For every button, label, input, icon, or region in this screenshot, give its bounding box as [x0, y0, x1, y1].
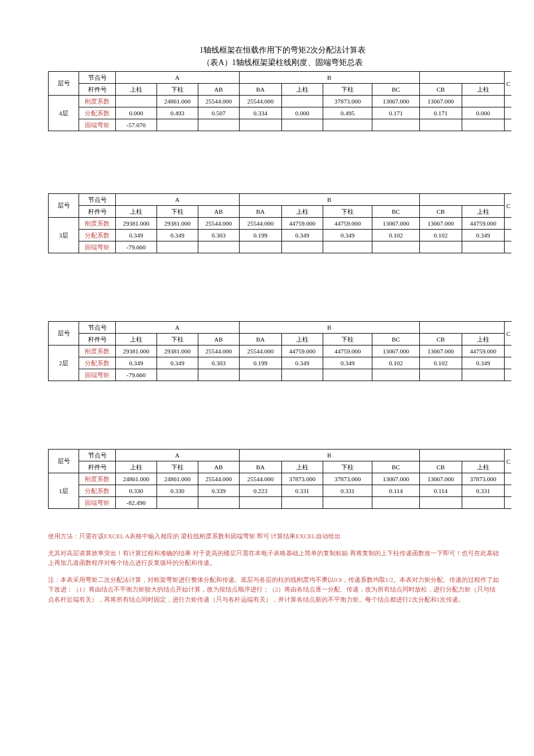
row-stiff: 刚度系数 [79, 473, 116, 485]
col-down2: 下柱 [323, 206, 372, 218]
col-BC: BC [372, 84, 419, 96]
cell [504, 485, 511, 497]
row-dist: 分配系数 [79, 357, 116, 369]
col-A: A [115, 194, 239, 206]
col-down: 下柱 [157, 206, 198, 218]
cell [281, 96, 323, 107]
row-stiff: 刚度系数 [79, 96, 116, 107]
cell: 0.349 [157, 230, 198, 241]
cell: 29381.000 [115, 345, 157, 357]
cell [198, 497, 239, 509]
col-CB: CB [419, 206, 462, 218]
cell [372, 119, 419, 131]
cell: 0.507 [198, 107, 239, 119]
col-blank [419, 322, 504, 334]
cell: 0.171 [419, 107, 462, 119]
col-down: 下柱 [157, 84, 198, 96]
cell: 13067.000 [372, 345, 419, 357]
col-BC: BC [372, 461, 419, 473]
cell [419, 497, 462, 509]
cell [504, 497, 511, 509]
cell [504, 119, 511, 131]
cell: 0.223 [239, 485, 281, 497]
story-label: 1层 [49, 473, 79, 509]
col-up2: 上柱 [281, 334, 323, 345]
cell: 0.493 [157, 107, 198, 119]
cell [281, 241, 323, 253]
cell [462, 497, 504, 509]
page-subtitle: （表A）1轴线框架梁柱线刚度、固端弯矩总表 [48, 58, 517, 68]
col-down: 下柱 [157, 461, 198, 473]
cell: 13067.000 [372, 96, 419, 107]
cell: 0.199 [239, 357, 281, 369]
cell: 0.114 [419, 485, 462, 497]
cell: 24861.000 [115, 473, 157, 485]
notes-block: 使用方法：只需在该EXCEL A表格中输入相应的 梁柱线刚度系数和固端弯矩 即可… [48, 532, 500, 605]
col-B: B [239, 72, 419, 84]
cell: 0.102 [372, 357, 419, 369]
cell: 0.349 [157, 357, 198, 369]
cell: 13067.000 [372, 218, 419, 230]
cell [115, 96, 157, 107]
col-C: C [504, 322, 511, 345]
col-up3: 上柱 [462, 84, 504, 96]
cell: -82.490 [115, 497, 157, 509]
cell [504, 369, 511, 381]
cell: 0.349 [323, 230, 372, 241]
cell: 0.000 [281, 107, 323, 119]
col-AB: AB [198, 461, 239, 473]
story-label: 2层 [49, 345, 79, 381]
col-member: 杆件号 [79, 206, 116, 218]
cell: 0.331 [281, 485, 323, 497]
cell: 0.303 [198, 230, 239, 241]
col-BA: BA [239, 461, 281, 473]
row-dist: 分配系数 [79, 230, 116, 241]
col-BA: BA [239, 334, 281, 345]
col-BC: BC [372, 334, 419, 345]
cell: 24861.000 [157, 473, 198, 485]
row-stiff: 刚度系数 [79, 345, 116, 357]
cell: 0.339 [198, 485, 239, 497]
cell [504, 357, 511, 369]
note1: 只需在该EXCEL A表格中输入相应的 梁柱线刚度系数和固端弯矩 即可 计算结果… [79, 533, 341, 539]
cell: 0.331 [462, 485, 504, 497]
cell [281, 119, 323, 131]
col-node: 节点号 [79, 194, 116, 206]
row-dist: 分配系数 [79, 107, 116, 119]
cell [157, 497, 198, 509]
cell [504, 241, 511, 253]
cell: 13067.000 [372, 473, 419, 485]
col-C: C [504, 72, 511, 96]
cell: 0.495 [323, 107, 372, 119]
cell [504, 473, 511, 485]
col-down: 下柱 [157, 334, 198, 345]
note3: 本表采用弯矩二次分配法计算，对框架弯矩进行整体分配和传递。底层与各层的柱的线刚度… [48, 576, 499, 603]
cell [323, 119, 372, 131]
cell [504, 345, 511, 357]
cell [462, 369, 504, 381]
cell [504, 218, 511, 230]
col-up2: 上柱 [281, 461, 323, 473]
cell: 44759.000 [281, 218, 323, 230]
cell: 13067.000 [419, 218, 462, 230]
cell [323, 241, 372, 253]
cell [419, 369, 462, 381]
row-dist: 分配系数 [79, 485, 116, 497]
cell: 13067.000 [419, 96, 462, 107]
cell [239, 119, 281, 131]
cell [239, 369, 281, 381]
col-A: A [115, 72, 239, 84]
story-label: 4层 [49, 96, 79, 131]
cell: 0.334 [239, 107, 281, 119]
cell [198, 119, 239, 131]
col-CB: CB [419, 334, 462, 345]
cell [504, 107, 511, 119]
cell: 0.331 [323, 485, 372, 497]
cell [462, 96, 504, 107]
col-blank [419, 72, 504, 84]
cell: 0.102 [372, 230, 419, 241]
cell [372, 369, 419, 381]
row-fem: 固端弯矩 [79, 119, 116, 131]
col-down2: 下柱 [323, 84, 372, 96]
row-stiff: 刚度系数 [79, 218, 116, 230]
